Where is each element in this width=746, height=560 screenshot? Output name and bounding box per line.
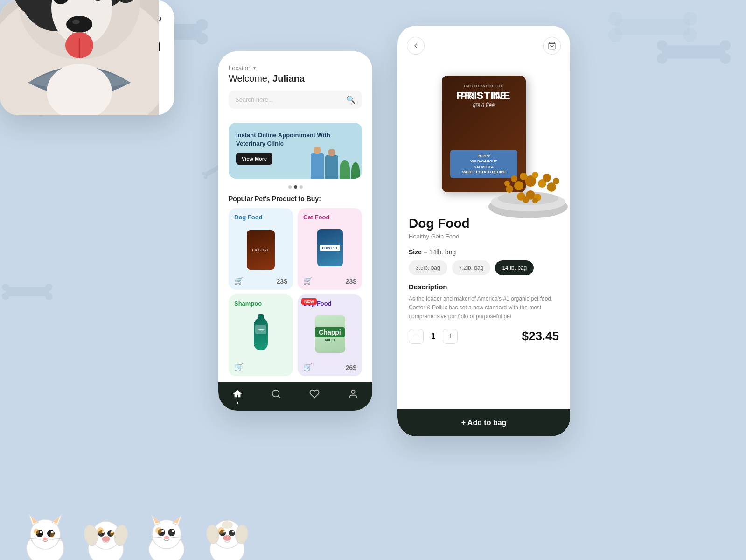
chevron-down-icon[interactable]: ▾: [253, 65, 256, 70]
svg-point-128: [223, 535, 231, 541]
product-tagline: Healthy Gain Food: [409, 233, 559, 240]
phone3-product-detail: CASTOR&POLLUX PRISTINE grain free PUPPYW…: [397, 26, 570, 436]
svg-point-53: [272, 390, 279, 397]
search-bar[interactable]: Search here... 🔍: [229, 91, 362, 109]
svg-point-103: [110, 531, 114, 536]
product-card-dog-food-2[interactable]: Dog Food NEW Chappi ADULT 🛒 26$: [298, 294, 362, 376]
phone2-content: Instant Online Appointment With Veterina…: [218, 116, 372, 382]
cart-icon-2[interactable]: 🛒: [303, 276, 313, 285]
svg-point-86: [43, 538, 48, 541]
new-badge: NEW: [301, 298, 317, 305]
quantity-value: 1: [431, 332, 435, 341]
cart-icon-1[interactable]: 🛒: [234, 276, 244, 285]
cart-icon-3[interactable]: 🛒: [234, 363, 244, 371]
svg-point-10: [2, 284, 9, 291]
phone2-header: Location ▾ Welcome, Juliana Search here.…: [218, 51, 372, 116]
product-price-1: 23$: [277, 278, 287, 285]
nav-profile[interactable]: [348, 389, 358, 401]
svg-point-55: [351, 390, 355, 393]
cart-button[interactable]: [543, 37, 561, 55]
view-more-button[interactable]: View More: [236, 153, 272, 165]
chappi-bag-icon: Chappi ADULT: [315, 315, 345, 353]
phone2-main: Location ▾ Welcome, Juliana Search here.…: [218, 51, 372, 411]
svg-point-92: [50, 533, 55, 538]
cat-food-bag-icon: PUREPET: [317, 229, 343, 266]
description-section: Description As the leader and maker of A…: [409, 283, 559, 322]
svg-point-8: [720, 53, 731, 64]
description-text: As the leader and maker of America's #1 …: [409, 294, 559, 322]
size-option-1[interactable]: 3.5lb. bag: [409, 260, 447, 275]
dog-illustration-4: [201, 511, 254, 560]
svg-point-1: [608, 28, 622, 42]
dog-image: [0, 0, 159, 115]
svg-point-65: [520, 173, 527, 180]
nav-home[interactable]: [232, 389, 243, 401]
svg-point-6: [657, 53, 668, 64]
nav-search[interactable]: [271, 389, 281, 401]
size-option-2[interactable]: 7.2lb. bag: [452, 260, 491, 275]
svg-point-15: [201, 171, 206, 176]
size-option-3[interactable]: 14 lb. bag: [495, 260, 534, 275]
svg-point-7: [720, 40, 731, 51]
svg-point-111: [168, 529, 175, 536]
svg-point-119: [155, 527, 162, 534]
svg-point-67: [543, 174, 551, 182]
search-icon[interactable]: 🔍: [346, 95, 356, 104]
location-row: Location ▾: [229, 64, 362, 71]
section-title: Popular Pet's Product to Buy:: [229, 195, 362, 203]
svg-point-12: [45, 284, 53, 291]
welcome-name: Juliana: [272, 73, 305, 84]
quantity-increase-button[interactable]: +: [443, 329, 458, 344]
product-card-cat-food[interactable]: Cat Food PUREPET 🛒 23$: [298, 208, 362, 290]
quantity-decrease-button[interactable]: −: [409, 329, 424, 344]
vet-banner[interactable]: Instant Online Appointment With Veterina…: [229, 123, 362, 179]
svg-point-48: [72, 20, 80, 24]
svg-point-0: [608, 12, 622, 26]
welcome-text: Welcome, Juliana: [229, 73, 362, 84]
svg-rect-9: [662, 46, 725, 59]
product-price-4: 26$: [346, 364, 356, 371]
product-img-chappi: Chappi ADULT: [303, 311, 356, 357]
svg-point-16: [203, 175, 209, 180]
product-card-dog-food-1[interactable]: Dog Food 🛒 23$: [229, 208, 293, 290]
nav-favorites[interactable]: [309, 389, 320, 401]
add-to-bag-button[interactable]: + Add to bag: [397, 409, 570, 436]
svg-point-63: [506, 185, 513, 193]
product-price: $23.45: [522, 329, 559, 343]
svg-line-54: [278, 396, 280, 398]
svg-point-129: [218, 527, 224, 534]
banner-dot-3: [300, 185, 303, 189]
cat-illustration-3: [140, 511, 194, 560]
banner-text: Instant Online Appointment With Veterina…: [236, 131, 355, 165]
cart-icon-4[interactable]: 🛒: [303, 363, 313, 371]
phone3-content: Dog Food Healthy Gain Food Size – 14lb. …: [397, 209, 570, 409]
size-options: 3.5lb. bag 7.2lb. bag 14 lb. bag: [409, 260, 559, 275]
svg-point-125: [229, 530, 235, 536]
svg-point-13: [45, 293, 53, 300]
svg-point-11: [2, 293, 9, 300]
banner-title: Instant Online Appointment With Veterina…: [236, 131, 355, 148]
size-label: Size – 14lb. bag: [409, 248, 559, 256]
product-img-shampoo: Erina: [234, 311, 287, 357]
location-label: Location: [229, 64, 251, 71]
banner-dot-2: [294, 185, 297, 189]
kibble-bowl: [481, 155, 570, 223]
svg-point-70: [553, 178, 559, 184]
svg-point-91: [34, 529, 39, 534]
svg-point-60: [514, 181, 523, 190]
product-img-cat-food: PUREPET: [303, 224, 356, 271]
svg-point-75: [532, 198, 538, 203]
product-card-shampoo[interactable]: Shampoo Erina 🛒: [229, 294, 293, 376]
svg-point-68: [511, 175, 517, 182]
svg-rect-4: [615, 19, 690, 35]
bottom-nav: [218, 382, 372, 411]
search-placeholder: Search here...: [235, 96, 342, 103]
product-title-dog-food-1: Dog Food: [234, 214, 287, 221]
svg-point-28: [196, 33, 208, 45]
cat-illustration-1: [19, 511, 72, 560]
dog-food-bag-icon: [247, 230, 275, 270]
back-button[interactable]: [407, 37, 425, 55]
quantity-control: − 1 +: [409, 329, 458, 344]
svg-point-27: [196, 19, 208, 31]
product-hero: CASTOR&POLLUX PRISTINE grain free PUPPYW…: [397, 59, 570, 209]
